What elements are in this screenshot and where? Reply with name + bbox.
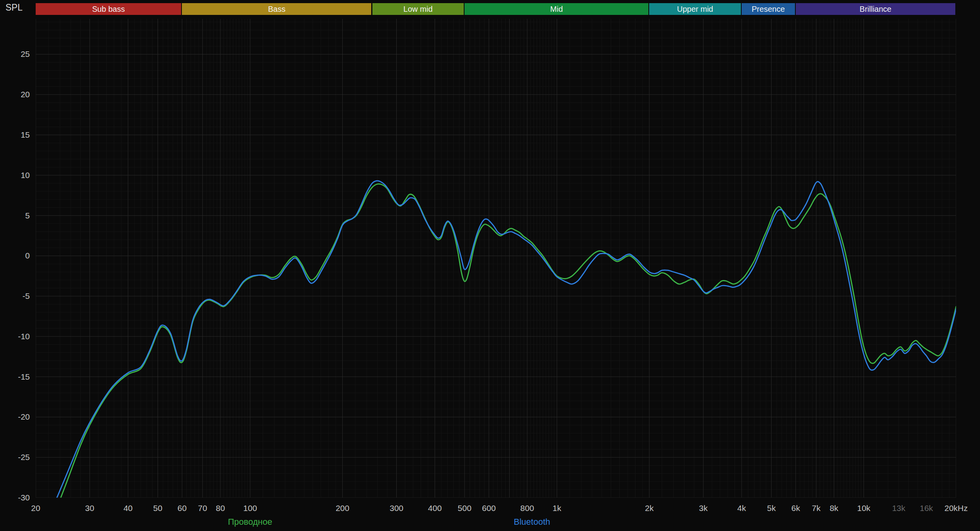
y-tick--10: -10 xyxy=(0,331,30,342)
y-tick-5: 5 xyxy=(0,211,30,221)
band-sub-bass: Sub bass xyxy=(36,3,181,15)
y-tick--25: -25 xyxy=(0,452,30,462)
x-tick-80: 80 xyxy=(216,504,225,513)
x-tick-16k: 16k xyxy=(920,504,933,513)
band-mid: Mid xyxy=(465,3,648,15)
x-tick-400: 400 xyxy=(428,504,442,513)
x-tick-100: 100 xyxy=(243,504,257,513)
x-tick-200: 200 xyxy=(336,504,349,513)
x-tick-300: 300 xyxy=(390,504,403,513)
frequency-bands-strip: Sub bassBassLow midMidUpper midPresenceB… xyxy=(36,3,956,15)
y-tick-10: 10 xyxy=(0,170,30,180)
band-upper-mid: Upper mid xyxy=(649,3,741,15)
x-tick-8k: 8k xyxy=(829,504,838,513)
x-tick-10k: 10k xyxy=(857,504,870,513)
grid-major-lines xyxy=(36,19,956,498)
x-tick-70: 70 xyxy=(198,504,207,513)
legend-item-bluetooth[interactable]: Bluetooth xyxy=(514,517,550,527)
x-tick-3k: 3k xyxy=(699,504,708,513)
x-tick-800: 800 xyxy=(520,504,534,513)
x-tick-13k: 13k xyxy=(892,504,906,513)
y-tick--15: -15 xyxy=(0,372,30,382)
band-presence: Presence xyxy=(742,3,795,15)
x-tick-1k: 1k xyxy=(553,504,561,513)
x-tick-4k: 4k xyxy=(737,504,746,513)
x-tick-40: 40 xyxy=(123,504,132,513)
y-tick-0: 0 xyxy=(0,251,30,261)
x-tick-60: 60 xyxy=(178,504,187,513)
x-tick-5k: 5k xyxy=(767,504,776,513)
frequency-response-chart: SPL Sub bassBassLow midMidUpper midPrese… xyxy=(0,0,980,531)
x-tick-2k: 2k xyxy=(645,504,653,513)
y-tick--5: -5 xyxy=(0,291,30,301)
x-tick-30: 30 xyxy=(85,504,94,513)
grid-minor-lines xyxy=(36,19,956,498)
plot-area xyxy=(36,19,956,498)
y-tick-25: 25 xyxy=(0,49,30,59)
band-brilliance: Brilliance xyxy=(796,3,955,15)
y-tick-20: 20 xyxy=(0,89,30,100)
x-tick-6k: 6k xyxy=(791,504,800,513)
band-low-mid: Low mid xyxy=(372,3,464,15)
y-tick--20: -20 xyxy=(0,412,30,422)
x-axis-tick-labels: 203040506070801002003004005006008001k2k3… xyxy=(36,504,980,516)
x-tick-600: 600 xyxy=(482,504,496,513)
band-bass: Bass xyxy=(182,3,371,15)
y-tick-15: 15 xyxy=(0,130,30,140)
x-tick-50: 50 xyxy=(153,504,162,513)
legend-item-wired[interactable]: Проводное xyxy=(228,517,272,527)
x-tick-7k: 7k xyxy=(812,504,820,513)
x-tick-20kHz: 20kHz xyxy=(944,504,968,513)
x-tick-20: 20 xyxy=(31,504,40,513)
x-tick-500: 500 xyxy=(458,504,472,513)
y-axis-tick-labels: 2520151050-5-10-15-20-25-30 xyxy=(0,0,30,531)
y-tick--30: -30 xyxy=(0,493,30,503)
